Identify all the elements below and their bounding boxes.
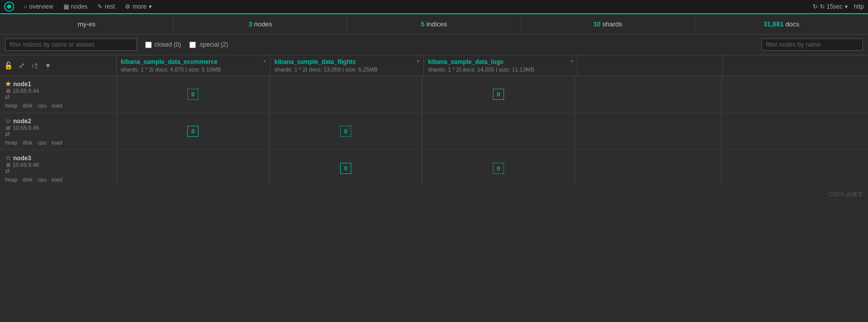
- index-col-logs: kibana_sample_data_logs ▾ shards: 1 * 2|…: [424, 55, 578, 76]
- topnav: ○ overview ▦ nodes ✎ rest ⚙ more ▾ ↻ ↻ 1…: [0, 0, 868, 14]
- closed-label: closed (0): [154, 41, 181, 48]
- grid-header: 🔓 ⤢ ↕ A Z ▾ kibana_sample_data_ecommerce…: [0, 55, 868, 76]
- more-icon: ⚙: [125, 3, 130, 10]
- shards-cell: 10 shards: [521, 14, 695, 34]
- summary-bar: my-es 3 nodes 5 indices 10 shards 31,881…: [0, 14, 868, 34]
- node1-cell: ★ node1 🖥 10.65.9.44 ⇄ heap disk cpu loa…: [0, 76, 117, 113]
- refresh-label: ↻ 15sec: [820, 3, 843, 10]
- node3-name: ☆ node3: [5, 154, 111, 162]
- nav-rest[interactable]: ✎ rest: [93, 2, 119, 11]
- filter-bar: closed (0) .special (2): [0, 34, 868, 55]
- credit-text: CSDN @孤零: [829, 191, 863, 197]
- node2-shard-flights: 0: [270, 113, 422, 150]
- shard-box-n3-flights[interactable]: 0: [340, 163, 351, 174]
- node1-shard-logs: 0: [422, 76, 575, 113]
- node3-empty2: [722, 150, 868, 187]
- special-checkbox[interactable]: [189, 42, 196, 48]
- shard-box-n1-ecommerce[interactable]: 0: [187, 89, 198, 100]
- indices-cell: 5 indices: [347, 14, 521, 34]
- node1-tag: ⇄: [5, 94, 111, 100]
- index-info-flights: shards: 1 * 2| docs: 13,059 | size: 6.25…: [275, 66, 420, 73]
- index-info-ecommerce: shards: 1 * 2| docs: 4,675 | size: 5.16M…: [121, 66, 266, 73]
- special-label: .special (2): [198, 41, 228, 48]
- node-controls: 🔓 ⤢ ↕ A Z ▾: [0, 55, 117, 76]
- node3-cell: ☆ node3 🖥 10.65.9.46 ⇄ heap disk cpu loa…: [0, 150, 117, 187]
- closed-checkbox-label[interactable]: closed (0): [145, 41, 181, 48]
- footer: CSDN @孤零: [0, 187, 868, 202]
- node-row-2: ☆ node2 🖥 10.65.9.45 ⇄ heap disk cpu loa…: [0, 113, 868, 150]
- node2-empty2: [722, 113, 868, 150]
- sort-az-icon[interactable]: ↕ A Z: [31, 61, 40, 70]
- node1-shard-flights: [270, 76, 422, 113]
- node3-ip: 🖥 10.65.9.46: [5, 162, 111, 168]
- node1-empty2: [722, 76, 868, 113]
- indices-label: indices: [426, 20, 447, 28]
- logo[interactable]: [4, 2, 14, 12]
- ip-icon2: 🖥: [5, 125, 11, 131]
- index-menu-logs[interactable]: ▾: [571, 58, 573, 64]
- refresh-icon: ↻: [813, 3, 818, 10]
- node2-ip: 🖥 10.65.9.45: [5, 125, 111, 131]
- node3-metrics: heap disk cpu load: [5, 176, 111, 183]
- index-col-ecommerce: kibana_sample_data_ecommerce ▾ shards: 1…: [117, 55, 271, 76]
- node1-metrics: heap disk cpu load: [5, 102, 111, 109]
- node3-shard-ecommerce: [117, 150, 270, 187]
- index-menu-ecommerce[interactable]: ▾: [263, 58, 266, 64]
- shard-box-n1-logs[interactable]: 0: [493, 89, 504, 100]
- non-master-star-icon: ☆: [5, 117, 11, 125]
- index-col-flights: kibana_sample_data_flights ▾ shards: 1 *…: [271, 55, 424, 76]
- node1-ip: 🖥 10.65.9.44: [5, 88, 111, 94]
- shard-box-n3-logs[interactable]: 0: [493, 163, 504, 174]
- nodes-label: nodes: [254, 20, 272, 28]
- cluster-name: my-es: [78, 20, 95, 28]
- nodes-cell: 3 nodes: [174, 14, 347, 34]
- lock-icon[interactable]: 🔓: [4, 61, 13, 69]
- node3-shard-logs: 0: [422, 150, 575, 187]
- closed-checkbox[interactable]: [145, 42, 152, 48]
- index-name-flights[interactable]: kibana_sample_data_flights: [275, 58, 356, 65]
- node2-name: ☆ node2: [5, 117, 111, 125]
- shards-label: shards: [603, 20, 622, 28]
- main-grid: 🔓 ⤢ ↕ A Z ▾ kibana_sample_data_ecommerce…: [0, 55, 868, 187]
- filter-down-icon[interactable]: ▾: [46, 61, 50, 69]
- filter-indices-input[interactable]: [5, 39, 137, 51]
- index-col-empty1: [578, 55, 723, 76]
- ip-icon3: 🖥: [5, 162, 11, 168]
- node2-tag: ⇄: [5, 131, 111, 137]
- nav-overview[interactable]: ○ overview: [19, 2, 57, 11]
- node2-shard-ecommerce: 0: [117, 113, 270, 150]
- node1-shard-ecommerce: 0: [117, 76, 270, 113]
- docs-count: 31,881: [763, 20, 784, 28]
- index-col-empty2: [723, 55, 868, 76]
- expand-icon[interactable]: ⤢: [19, 61, 25, 69]
- node1-name: ★ node1: [5, 80, 111, 88]
- docs-cell: 31,881 docs: [695, 14, 868, 34]
- index-name-ecommerce[interactable]: kibana_sample_data_ecommerce: [121, 58, 218, 65]
- overview-icon: ○: [23, 3, 27, 10]
- indices-count: 5: [421, 20, 424, 28]
- cluster-name-cell: my-es: [0, 14, 174, 34]
- refresh-control[interactable]: ↻ ↻ 15sec ▾: [813, 3, 848, 10]
- nodes-icon: ▦: [63, 3, 69, 10]
- nodes-count: 3: [249, 20, 252, 28]
- nav-nodes[interactable]: ▦ nodes: [59, 2, 92, 11]
- shard-box-n2-flights[interactable]: 0: [340, 126, 351, 137]
- shard-box-n2-ecommerce[interactable]: 0: [187, 126, 198, 137]
- node3-empty1: [575, 150, 722, 187]
- special-checkbox-label[interactable]: .special (2): [189, 41, 228, 48]
- docs-label: docs: [785, 20, 799, 28]
- svg-text:Z: Z: [35, 65, 38, 69]
- master-star-icon: ★: [5, 80, 11, 88]
- more-arrow-icon: ▾: [149, 3, 152, 10]
- index-info-logs: shards: 1 * 2| docs: 14,005 | size: 11.1…: [428, 66, 573, 73]
- node2-cell: ☆ node2 🖥 10.65.9.45 ⇄ heap disk cpu loa…: [0, 113, 117, 150]
- svg-text:↕: ↕: [31, 62, 35, 68]
- connection-label: http: [854, 3, 864, 10]
- ip-icon: 🖥: [5, 88, 11, 94]
- node2-shard-logs: [422, 113, 575, 150]
- filter-nodes-input[interactable]: [761, 39, 863, 51]
- node3-tag: ⇄: [5, 168, 111, 174]
- index-menu-flights[interactable]: ▾: [417, 58, 419, 64]
- index-name-logs[interactable]: kibana_sample_data_logs: [428, 58, 504, 65]
- nav-more[interactable]: ⚙ more ▾: [121, 2, 155, 11]
